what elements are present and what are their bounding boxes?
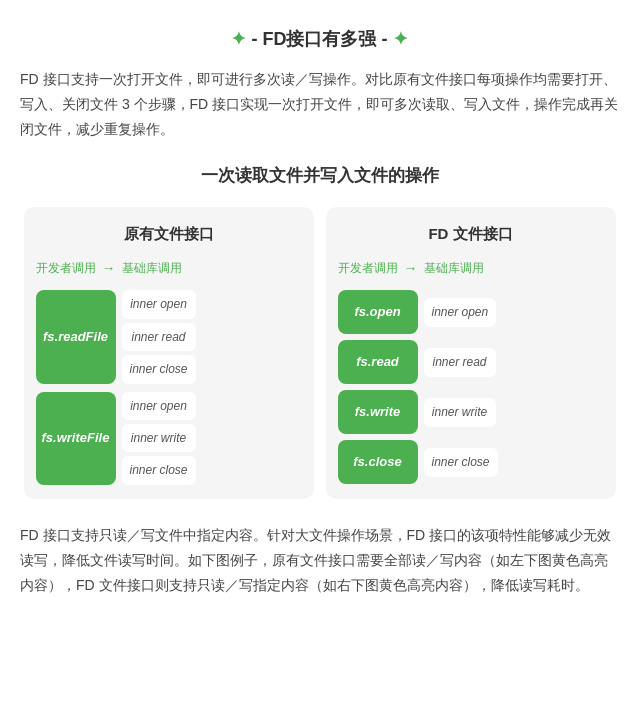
footer-text: FD 接口支持只读／写文件中指定内容。针对大文件操作场景，FD 接口的该项特性能… bbox=[20, 523, 619, 599]
writefile-inner-open: inner open bbox=[122, 392, 196, 420]
diagram-container: 原有文件接口 开发者调用 → 基础库调用 fs.readFile inner o… bbox=[20, 207, 619, 499]
writefile-inner-close: inner close bbox=[122, 456, 196, 484]
fs-write-btn: fs.write bbox=[338, 390, 418, 434]
title-text: - FD接口有多强 - bbox=[252, 29, 388, 49]
right-lib-label: 基础库调用 bbox=[424, 258, 484, 278]
left-arrow-icon: → bbox=[102, 257, 116, 281]
orig-interface: fs.readFile inner open inner read inner … bbox=[36, 290, 302, 484]
fd-inner-open: inner open bbox=[424, 298, 497, 326]
fs-close-btn: fs.close bbox=[338, 440, 418, 484]
left-lib-label: 基础库调用 bbox=[122, 258, 182, 278]
fd-row-open: fs.open inner open bbox=[338, 290, 604, 334]
readfile-inner-close: inner close bbox=[122, 355, 196, 383]
fd-inner-read: inner read bbox=[424, 348, 496, 376]
fd-interface-box: FD 文件接口 开发者调用 → 基础库调用 fs.open inner open… bbox=[326, 207, 616, 499]
title-deco-right: ✦ bbox=[393, 29, 408, 49]
writefile-inner-write: inner write bbox=[122, 424, 196, 452]
fd-row-write: fs.write inner write bbox=[338, 390, 604, 434]
fs-read-btn: fs.read bbox=[338, 340, 418, 384]
fs-write-label: fs.write bbox=[355, 401, 401, 423]
right-box-title: FD 文件接口 bbox=[338, 221, 604, 247]
right-arrow-icon: → bbox=[404, 257, 418, 281]
fs-read-label: fs.read bbox=[356, 351, 399, 373]
fd-interface: fs.open inner open fs.read inner read fs… bbox=[338, 290, 604, 484]
fs-readfile-btn: fs.readFile bbox=[36, 290, 116, 383]
page-title: ✦ - FD接口有多强 - ✦ bbox=[20, 24, 619, 55]
orig-row-write: fs.writeFile inner open inner write inne… bbox=[36, 392, 302, 485]
left-box-title: 原有文件接口 bbox=[36, 221, 302, 247]
fs-writefile-btn: fs.writeFile bbox=[36, 392, 116, 485]
readfile-inner-read: inner read bbox=[122, 323, 196, 351]
left-dev-label: 开发者调用 bbox=[36, 258, 96, 278]
writefile-inner-labels: inner open inner write inner close bbox=[122, 392, 196, 485]
diagram-title: 一次读取文件并写入文件的操作 bbox=[20, 162, 619, 191]
fs-writefile-label: fs.writeFile bbox=[42, 427, 110, 449]
right-dev-label: 开发者调用 bbox=[338, 258, 398, 278]
readfile-inner-labels: inner open inner read inner close bbox=[122, 290, 196, 383]
fs-open-btn: fs.open bbox=[338, 290, 418, 334]
title-deco-left: ✦ bbox=[231, 29, 251, 49]
intro-text: FD 接口支持一次打开文件，即可进行多次读／写操作。对比原有文件接口每项操作均需… bbox=[20, 67, 619, 143]
fd-row-read: fs.read inner read bbox=[338, 340, 604, 384]
fd-inner-write: inner write bbox=[424, 398, 496, 426]
fs-open-label: fs.open bbox=[354, 301, 400, 323]
original-interface-box: 原有文件接口 开发者调用 → 基础库调用 fs.readFile inner o… bbox=[24, 207, 314, 499]
fs-readfile-label: fs.readFile bbox=[43, 326, 108, 348]
fd-inner-close: inner close bbox=[424, 448, 498, 476]
fs-close-label: fs.close bbox=[353, 451, 401, 473]
left-flow-label-row: 开发者调用 → 基础库调用 bbox=[36, 257, 302, 281]
readfile-inner-open: inner open bbox=[122, 290, 196, 318]
right-flow-label-row: 开发者调用 → 基础库调用 bbox=[338, 257, 604, 281]
orig-row-read: fs.readFile inner open inner read inner … bbox=[36, 290, 302, 383]
fd-row-close: fs.close inner close bbox=[338, 440, 604, 484]
